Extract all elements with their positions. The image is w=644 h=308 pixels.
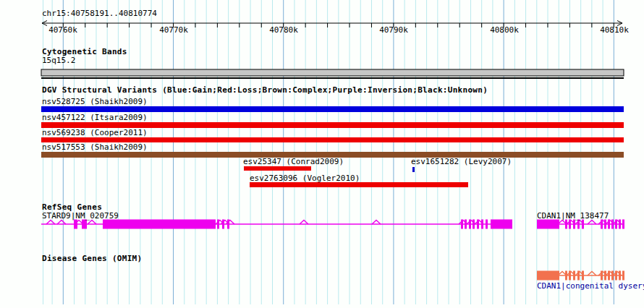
- gene-label-cdan1: CDAN1|NM_138477: [537, 212, 609, 221]
- ruler-tick-label: 40760k: [48, 26, 77, 35]
- variant-bar-nsv528725[interactable]: [41, 106, 624, 112]
- cytoband-track: [41, 69, 624, 79]
- variant-bar-esv25347[interactable]: [244, 166, 311, 171]
- section-title-disease-genes-omim: Disease Genes (OMIM): [42, 254, 142, 263]
- section-title-dgv-structural-variants: DGV Structural Variants (Blue:Gain;Red:L…: [42, 86, 488, 95]
- variant-label-esv1651282: esv1651282 (Levy2007): [411, 158, 512, 166]
- cytoband-label: 15q15.2: [42, 56, 75, 65]
- cytoband-bar[interactable]: [41, 69, 624, 76]
- variant-label-nsv569238: nsv569238 (Cooper2011): [42, 129, 148, 137]
- gene-glyph-stard9[interactable]: [41, 220, 512, 229]
- chromosome-position-label: chr15:40758191..40810774: [42, 9, 157, 18]
- ruler-tick-label: 40800k: [490, 26, 519, 35]
- variant-bar-esv1651282[interactable]: [412, 167, 415, 172]
- variant-label-nsv517553: nsv517553 (Shaikh2009): [42, 143, 148, 152]
- ruler-tick-label: 40810k: [600, 26, 629, 35]
- variant-bar-nsv457122[interactable]: [41, 122, 624, 128]
- variant-label-nsv528725: nsv528725 (Shaikh2009): [42, 98, 148, 106]
- variant-label-nsv457122: nsv457122 (Itsara2009): [42, 114, 148, 122]
- ruler-tick-label: 40780k: [269, 26, 298, 35]
- variant-label-esv2763096: esv2763096 (Vogler2010): [250, 174, 360, 183]
- ruler-tick-label: 40790k: [379, 26, 408, 35]
- variant-bar-nsv569238[interactable]: [41, 137, 624, 142]
- gene-label-stard9: STARD9|NM_020759: [42, 212, 119, 221]
- genome-browser-view: chr15:40758191..40810774 40760k40770k407…: [0, 0, 644, 308]
- ruler-tick-label: 40770k: [159, 26, 188, 35]
- disease-gene-caption: CDAN1|congenital dyseryth: [537, 282, 644, 291]
- cytoband-baseline: [41, 77, 624, 79]
- variant-bar-esv2763096[interactable]: [250, 182, 468, 187]
- variant-label-esv25347: esv25347 (Conrad2009): [243, 158, 344, 166]
